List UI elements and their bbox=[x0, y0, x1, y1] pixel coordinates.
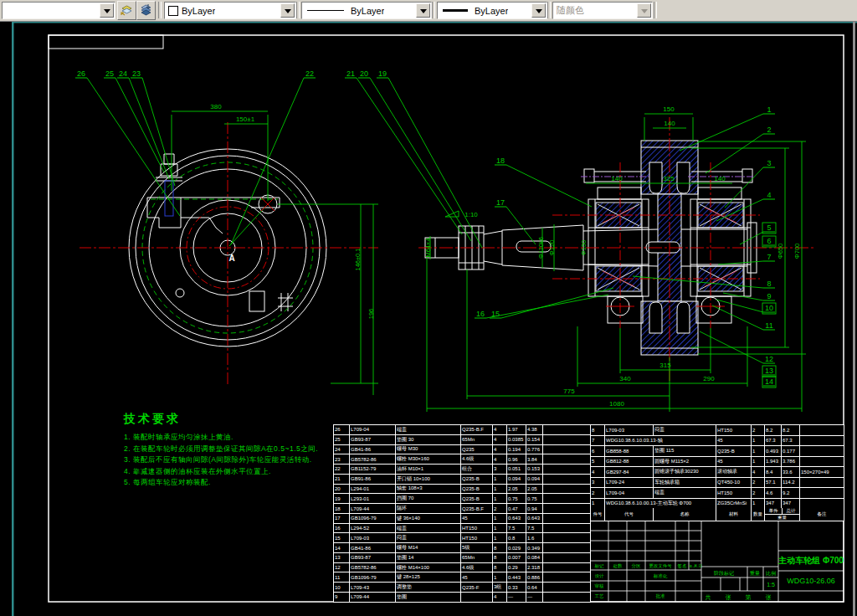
linetype-combo[interactable]: ByLayer bbox=[301, 2, 432, 19]
bom-cell: 3.786 bbox=[782, 457, 800, 468]
bom-cell: 1.943 bbox=[765, 457, 782, 468]
bom-cell bbox=[543, 494, 591, 504]
bom-cell: Q235-B.F bbox=[461, 504, 493, 514]
bom-header-cell: 件号 bbox=[591, 508, 605, 521]
bom-cell: Q235 bbox=[461, 445, 493, 455]
bom-cell: 0.029 bbox=[507, 543, 526, 553]
bom-cell: GB41-86 bbox=[350, 445, 396, 455]
bom-cell: GB41-86 bbox=[350, 543, 396, 553]
layer-combo[interactable] bbox=[2, 2, 115, 19]
title-block-text: 分区 bbox=[632, 563, 642, 568]
bom-cell: 0.177 bbox=[782, 446, 800, 457]
bom-cell: Q235-B bbox=[461, 475, 493, 485]
dimension-text-vertical: Φ110k6 bbox=[537, 237, 545, 259]
title-block-text: 签名 bbox=[678, 563, 687, 569]
color-combo[interactable]: ByLayer bbox=[164, 2, 296, 19]
bom-cell: 45 bbox=[461, 572, 493, 583]
technical-requirement-item: 4. 靠减速器侧的油杯应装在外侧水平位置上. bbox=[124, 466, 346, 478]
chevron-down-icon[interactable] bbox=[416, 3, 430, 18]
part-callout: 7 bbox=[767, 253, 771, 261]
bom-cell: GB1096-79 bbox=[350, 572, 396, 583]
bom-cell bbox=[543, 454, 591, 465]
technical-requirement-item: 2. 在装配车轮时必须用调整垫保证其间隙A在0.5~1.5之间. bbox=[124, 444, 346, 455]
bom-cell bbox=[543, 485, 591, 495]
bom-cell: 圆螺母 M115×2 bbox=[654, 457, 716, 468]
bom-cell: 0.443 bbox=[507, 572, 526, 583]
chevron-down-icon[interactable] bbox=[100, 3, 114, 18]
bom-cell bbox=[800, 436, 844, 447]
chevron-down-icon[interactable] bbox=[280, 3, 295, 18]
layers-blue-icon bbox=[139, 3, 153, 17]
title-block-text: 标记 bbox=[594, 563, 605, 569]
title-block-text: 重量 bbox=[749, 570, 760, 576]
leader-line bbox=[740, 232, 763, 244]
bom-cell: L709-04 bbox=[350, 425, 396, 435]
part-callout: 5 bbox=[767, 223, 771, 232]
bom-cell: 5 bbox=[591, 457, 605, 468]
dimension-text-vertical: Φ150 bbox=[580, 240, 588, 256]
bom-cell: 1.6 bbox=[526, 533, 543, 543]
title-block-text: 批准 bbox=[656, 593, 666, 599]
title-block-text: WDG10-26.06 bbox=[787, 577, 835, 585]
bom-cell: 调整垫 bbox=[396, 583, 461, 593]
bom-cell: 150×270×49 bbox=[800, 467, 844, 478]
bom-cell: 1 bbox=[493, 524, 507, 534]
bom-cell: 2.318 bbox=[526, 563, 543, 573]
bom-cell: 57.1 bbox=[765, 478, 782, 489]
bom-cell: GB1096-79 bbox=[350, 514, 396, 524]
bom-cell bbox=[543, 572, 591, 583]
dimension-text: 140 bbox=[664, 120, 675, 127]
part-callout: 11 bbox=[765, 321, 772, 330]
bom-cell: 0.776 bbox=[526, 445, 543, 455]
bom-cell bbox=[543, 543, 591, 553]
leader-line bbox=[506, 207, 536, 244]
title-block-text: 比例 bbox=[766, 571, 776, 577]
bom-cell: 端盖 bbox=[396, 524, 461, 534]
bom-cell: 0.64 bbox=[526, 583, 543, 593]
bom-cell bbox=[800, 478, 844, 489]
bom-cell: 15 bbox=[334, 533, 350, 543]
bom-header-cell: 数量 bbox=[752, 508, 765, 521]
chevron-down-icon[interactable] bbox=[531, 3, 546, 18]
bom-cell bbox=[800, 488, 844, 499]
section-view bbox=[418, 114, 813, 412]
bom-cell: L709-03 bbox=[605, 425, 654, 436]
bom-cell bbox=[543, 504, 591, 514]
leader-line bbox=[712, 305, 763, 330]
layer-previous-button[interactable] bbox=[136, 1, 156, 20]
part-callout: 17 bbox=[496, 198, 505, 207]
bom-cell: 组合 bbox=[461, 465, 493, 475]
bom-cell: L709-43 bbox=[350, 583, 396, 593]
bom-cell: — bbox=[507, 593, 526, 603]
make-object-layer-current-button[interactable] bbox=[117, 1, 136, 20]
bom-cell: 26 bbox=[334, 425, 350, 435]
part-callout: 12 bbox=[765, 355, 773, 363]
dimension-text-vertical: Φ650 bbox=[777, 244, 784, 259]
bom-cell: 端盖 bbox=[654, 488, 716, 499]
bom-cell: 1 bbox=[493, 485, 507, 495]
bom-cell: GB858-88 bbox=[605, 446, 654, 457]
bom-cell: 3组 bbox=[493, 583, 507, 593]
dimension-text: 140 bbox=[611, 175, 623, 182]
dimension-text-vertical: 146±0.1 bbox=[354, 248, 362, 270]
title-block-text: 第 bbox=[746, 594, 752, 600]
toolbar-separator bbox=[432, 2, 435, 18]
bom-cell: Q235-B bbox=[716, 446, 752, 457]
bom-cell: L293-01 bbox=[350, 494, 396, 504]
bom-cell: 4 bbox=[493, 593, 507, 603]
bom-cell: 45 bbox=[716, 457, 752, 468]
bom-cell: 7 bbox=[591, 436, 605, 447]
bom-cell: L709-44 bbox=[350, 504, 396, 514]
bom-cell: 16 bbox=[334, 524, 350, 534]
dimension-text: 340 bbox=[619, 375, 631, 382]
bom-cell: 14 bbox=[334, 543, 350, 553]
bom-cell: 垫圈 bbox=[396, 593, 461, 603]
bom-cell: 1 bbox=[752, 457, 765, 468]
bom-cell bbox=[543, 524, 591, 534]
bom-cell: 1 bbox=[752, 446, 765, 457]
part-callout: 13 bbox=[765, 367, 773, 375]
lineweight-combo[interactable]: ByLayer bbox=[437, 2, 547, 19]
bom-cell: 1 bbox=[493, 475, 507, 485]
title-block-text: 张 bbox=[766, 594, 772, 601]
bom-cell: 114.2 bbox=[782, 478, 800, 489]
